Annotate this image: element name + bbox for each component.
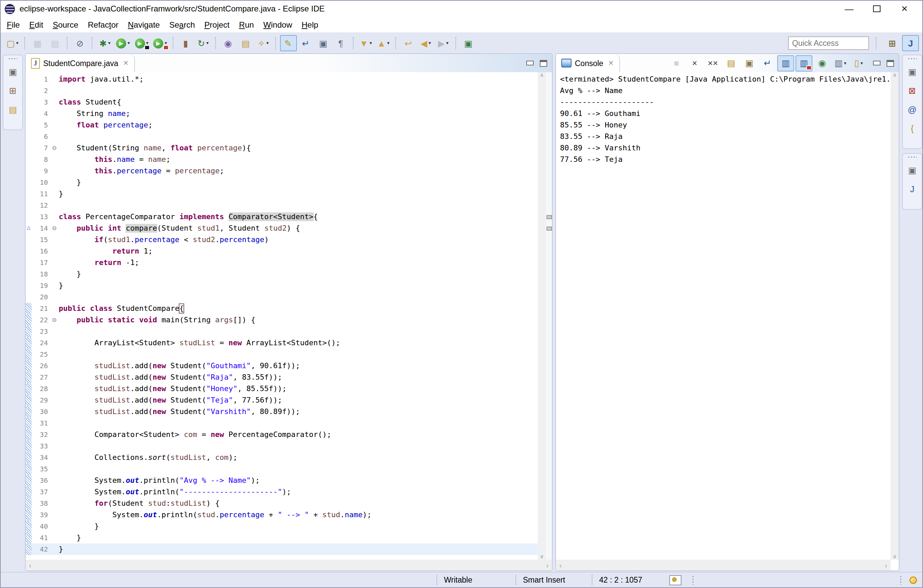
status-activity-icon[interactable] [669, 575, 682, 585]
run-last-tool-button[interactable]: ▶▾ [151, 35, 169, 51]
remove-all-terminated-button[interactable]: ×× [705, 55, 721, 71]
pin-console-button[interactable]: ◉ [814, 55, 831, 71]
maximize-editor-button[interactable] [540, 60, 547, 66]
close-button[interactable]: × [891, 1, 918, 17]
quick-access-input[interactable] [788, 36, 869, 50]
console-horizontal-scrollbar[interactable]: ‹ › [556, 560, 891, 570]
fold-toggle-icon[interactable]: ⊖ [50, 314, 59, 326]
java-perspective-button[interactable]: J [902, 35, 919, 51]
scroll-up-icon[interactable]: ∧ [540, 72, 544, 78]
code-line-11[interactable]: 11} [26, 188, 538, 200]
code-line-16[interactable]: 16 return 1; [26, 246, 538, 257]
code-line-9[interactable]: 9 this.percentage = percentage; [26, 165, 538, 177]
dropdown-arrow-icon[interactable]: ▾ [387, 41, 389, 46]
line-number[interactable]: 13 [32, 211, 50, 223]
line-number[interactable]: 38 [32, 498, 50, 509]
scroll-left-icon[interactable]: ‹ [559, 561, 562, 569]
code-line-25[interactable]: 25 [26, 349, 538, 360]
menu-help[interactable]: Help [297, 18, 323, 31]
code-line-6[interactable]: 6 [26, 131, 538, 142]
line-number[interactable]: 30 [32, 406, 50, 418]
code-line-18[interactable]: 18 } [26, 269, 538, 280]
line-number[interactable]: 25 [32, 349, 50, 360]
show-console-on-stdout-button[interactable]: ▥ [777, 55, 794, 71]
code-line-31[interactable]: 31 [26, 418, 538, 429]
line-number[interactable]: 37 [32, 486, 50, 498]
new-wizard-button[interactable]: ▢▾ [4, 35, 21, 51]
notification-lightbulb-icon[interactable] [910, 576, 917, 584]
code-line-37[interactable]: 37 System.out.println("-----------------… [26, 486, 538, 498]
code-line-33[interactable]: 33 [26, 440, 538, 452]
word-wrap-toggle-button[interactable]: ↵ [297, 35, 314, 51]
dropdown-arrow-icon[interactable]: ▾ [429, 41, 431, 46]
scroll-lock-button[interactable]: ▣ [741, 55, 758, 71]
scroll-down-icon[interactable]: ∨ [893, 554, 897, 560]
strip-handle[interactable] [908, 57, 917, 60]
next-annotation-button[interactable]: ▼▾ [357, 35, 374, 51]
code-line-42[interactable]: 42} [26, 544, 538, 555]
navigator-view-button[interactable]: ▤ [4, 102, 21, 117]
console-tab[interactable]: Console ✕ [556, 54, 620, 72]
line-number[interactable]: 4 [32, 108, 50, 120]
dropdown-arrow-icon[interactable]: ▾ [861, 61, 863, 66]
minimize-editor-button[interactable] [526, 61, 534, 66]
line-number[interactable]: 3 [32, 97, 50, 108]
package-explorer-view-button[interactable]: ⊞ [4, 83, 21, 98]
code-line-40[interactable]: 40 } [26, 521, 538, 532]
scroll-down-icon[interactable]: ∨ [540, 554, 544, 560]
code-line-29[interactable]: 29 studList.add(new Student("Teja", 77.5… [26, 395, 538, 406]
skip-all-breakpoints-button[interactable]: ⊘ [72, 35, 89, 51]
open-perspective-button[interactable]: ⊞ [884, 35, 901, 51]
code-line-23[interactable]: 23 [26, 326, 538, 337]
line-number[interactable]: 41 [32, 532, 50, 544]
menu-file[interactable]: File [2, 18, 25, 31]
fold-toggle-icon[interactable]: ⊖ [50, 223, 59, 234]
code-line-22[interactable]: 22⊖ public static void main(String args[… [26, 314, 538, 326]
line-number[interactable]: 2 [32, 85, 50, 97]
code-line-38[interactable]: 38 for(Student stud:studList) { [26, 498, 538, 509]
code-line-28[interactable]: 28 studList.add(new Student("Honey", 85.… [26, 383, 538, 395]
overview-ruler[interactable] [546, 72, 552, 560]
line-number[interactable]: 8 [32, 154, 50, 165]
search-button[interactable]: ✧▾ [255, 35, 271, 51]
line-number[interactable]: 32 [32, 429, 50, 440]
menu-refactor[interactable]: Refactor [83, 18, 123, 31]
debug-button[interactable]: ✱▾ [97, 35, 113, 51]
line-number[interactable]: 33 [32, 440, 50, 452]
line-number[interactable]: 28 [32, 383, 50, 395]
line-number[interactable]: 26 [32, 360, 50, 372]
code-line-1[interactable]: 1import java.util.*; [26, 74, 538, 85]
run-button[interactable]: ▶▾ [114, 35, 132, 51]
scroll-right-icon[interactable]: › [546, 561, 549, 569]
line-number[interactable]: 29 [32, 395, 50, 406]
line-number[interactable]: 36 [32, 475, 50, 486]
line-number[interactable]: 15 [32, 234, 50, 246]
code-line-14[interactable]: △14⊖ public int compare(Student stud1, S… [26, 223, 538, 234]
line-number[interactable]: 6 [32, 131, 50, 142]
line-number[interactable]: 7 [32, 142, 50, 154]
code-line-27[interactable]: 27 studList.add(new Student("Raja", 83.5… [26, 372, 538, 383]
menu-run[interactable]: Run [235, 18, 259, 31]
pin-editor-button[interactable]: ▣ [460, 35, 477, 51]
line-number[interactable]: 40 [32, 521, 50, 532]
line-number[interactable]: 12 [32, 200, 50, 211]
menu-project[interactable]: Project [200, 18, 235, 31]
open-console-button[interactable]: ▯▾ [850, 55, 867, 71]
word-wrap-button[interactable]: ↵ [759, 55, 776, 71]
declaration-view-button[interactable]: { [904, 121, 921, 136]
menu-navigate[interactable]: Navigate [123, 18, 164, 31]
menu-source[interactable]: Source [48, 18, 83, 31]
minimize-button[interactable]: — [835, 1, 863, 17]
line-number[interactable]: 23 [32, 326, 50, 337]
fold-toggle-icon[interactable]: ⊖ [50, 142, 59, 154]
console-output-area[interactable]: <terminated> StudentCompare [Java Applic… [556, 72, 891, 560]
show-console-on-stderr-button[interactable]: ▥ [795, 55, 812, 71]
show-whitespace-button[interactable]: ¶ [332, 35, 349, 51]
line-number[interactable]: 21 [32, 303, 50, 314]
occurrence-marker[interactable] [547, 215, 552, 219]
code-line-36[interactable]: 36 System.out.println("Avg % --> Name"); [26, 475, 538, 486]
update-project-button[interactable]: ↻▾ [195, 35, 212, 51]
show-blocks-button[interactable]: ▣ [315, 35, 332, 51]
new-java-project-button[interactable]: ▮ [177, 35, 194, 51]
line-number[interactable]: 1 [32, 74, 50, 85]
